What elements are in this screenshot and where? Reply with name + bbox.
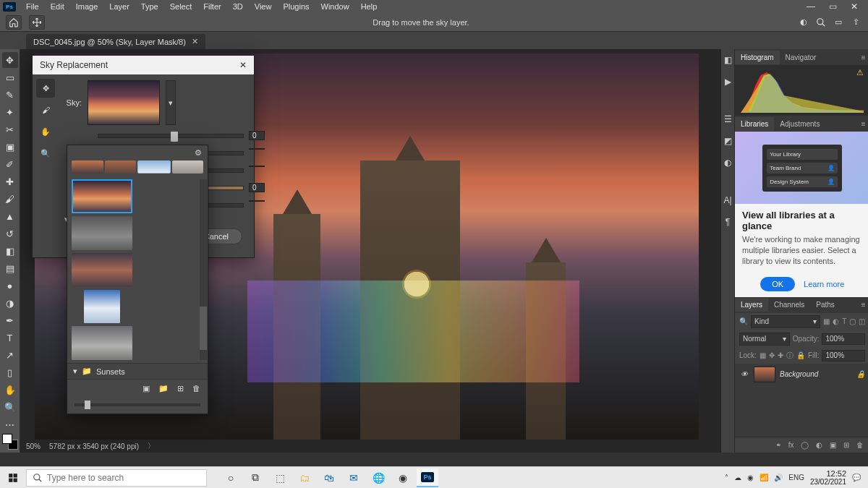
layer-visibility-icon[interactable]: 👁 — [739, 370, 749, 378]
lock-pos-icon[interactable]: ✥ — [769, 351, 775, 359]
tab-libraries[interactable]: Libraries — [735, 117, 774, 131]
lock-all-icon[interactable]: ▦ — [760, 351, 766, 359]
opacity-input[interactable] — [822, 333, 865, 345]
group-icon[interactable]: ▣ — [830, 441, 836, 449]
layer-row[interactable]: 👁 Background 🔒 — [735, 364, 868, 385]
tab-paths[interactable]: Paths — [810, 298, 841, 312]
foreground-swatch[interactable] — [2, 434, 12, 444]
picker-folder-row[interactable]: ▾ 📁 Sunsets — [67, 363, 208, 380]
panel-icon-sliders[interactable]: ☰ — [721, 113, 734, 126]
menu-3d[interactable]: 3D — [227, 2, 249, 11]
filter-smart-icon[interactable]: ◫ — [859, 317, 865, 325]
window-minimize[interactable]: — — [800, 1, 822, 12]
panel-menu-icon[interactable]: ≡ — [861, 120, 868, 128]
panel-menu-icon[interactable]: ≡ — [861, 53, 868, 61]
panel-icon-adjust[interactable]: ◐ — [721, 156, 734, 169]
sky-preset-picker[interactable]: ⚙ ▾ 📁 Sunsets ▣ 📁 ⊞ 🗑 — [67, 145, 208, 414]
search-icon[interactable] — [814, 16, 827, 29]
tool-type[interactable]: T — [2, 330, 18, 346]
dialog-tool-zoom[interactable]: 🔍 — [36, 144, 55, 163]
window-close[interactable]: ✕ — [843, 1, 865, 12]
sky-preset-thumbnail[interactable] — [88, 80, 160, 125]
tool-quick-select[interactable]: ✦ — [2, 104, 18, 120]
menu-view[interactable]: View — [249, 2, 278, 11]
move-tool-indicator[interactable] — [29, 15, 45, 30]
menu-edit[interactable]: Edit — [45, 2, 70, 11]
tool-path[interactable]: ↗ — [2, 347, 18, 363]
panel-icon-paragraph[interactable]: ¶ — [721, 215, 734, 228]
filter-pixel-icon[interactable]: ▦ — [823, 317, 830, 325]
document-tab-close[interactable]: ✕ — [192, 37, 198, 46]
filter-adjust-icon[interactable]: ◐ — [833, 317, 839, 325]
tool-eyedropper[interactable]: ✐ — [2, 156, 18, 172]
tool-gradient[interactable]: ▤ — [2, 260, 18, 276]
adjustment-layer-icon[interactable]: ◐ — [816, 441, 822, 449]
picker-new-folder-icon[interactable]: 📁 — [158, 384, 169, 393]
panel-menu-icon[interactable]: ≡ — [861, 301, 868, 309]
menu-plugins[interactable]: Plugins — [277, 2, 315, 11]
tool-blur[interactable]: ● — [2, 278, 18, 294]
tool-frame[interactable]: ▣ — [2, 139, 18, 155]
dialog-tool-hand[interactable]: ✋ — [36, 122, 55, 141]
menu-type[interactable]: Type — [135, 2, 164, 11]
tray-wifi-icon[interactable]: 📶 — [760, 474, 768, 481]
tool-pen[interactable]: ✒ — [2, 312, 18, 328]
tray-onedrive-icon[interactable]: ☁ — [734, 474, 741, 481]
tool-dodge[interactable]: ◑ — [2, 295, 18, 311]
fill-input[interactable] — [822, 350, 865, 361]
tool-marquee[interactable]: ▭ — [2, 69, 18, 85]
layer-locked-icon[interactable]: 🔒 — [856, 370, 865, 378]
libcard-learn-link[interactable]: Learn more — [804, 280, 844, 288]
status-chevron[interactable]: 〉 — [148, 441, 155, 451]
panel-icon-type[interactable]: A| — [721, 194, 734, 207]
sky-preset-item[interactable] — [72, 216, 132, 250]
layer-name[interactable]: Background — [780, 370, 818, 378]
tool-crop[interactable]: ✂ — [2, 121, 18, 137]
tray-chevron-icon[interactable]: ˄ — [725, 474, 728, 481]
color-swatches[interactable] — [2, 434, 18, 450]
sky-preset-item[interactable] — [72, 179, 132, 213]
tool-move[interactable]: ✥ — [2, 52, 18, 68]
tray-notifications-icon[interactable]: 💬 — [852, 474, 861, 481]
menu-image[interactable]: Image — [70, 2, 104, 11]
dialog-tool-brush[interactable]: 🖌 — [36, 100, 55, 119]
status-zoom[interactable]: 50% — [26, 442, 41, 450]
link-layers-icon[interactable]: ⚭ — [775, 441, 781, 449]
category-swatch[interactable] — [105, 160, 137, 174]
system-tray[interactable]: ˄ ☁ ◉ 📶 🔊 ENG 12:52 23/02/2021 💬 — [725, 469, 865, 486]
taskbar-app-mail[interactable]: ✉ — [343, 468, 365, 487]
taskbar-taskview-icon[interactable]: ⧉ — [244, 468, 266, 487]
start-button[interactable] — [3, 468, 23, 487]
layer-filter-kind[interactable]: Kind▾ — [751, 315, 820, 328]
dialog-tool-move[interactable]: ✥ — [36, 79, 55, 98]
tool-heal[interactable]: ✚ — [2, 174, 18, 189]
tool-eraser[interactable]: ◧ — [2, 243, 18, 259]
menu-layer[interactable]: Layer — [103, 2, 135, 11]
cloud-docs-icon[interactable]: ◐ — [797, 16, 810, 29]
picker-thumb-size-slider[interactable] — [67, 398, 208, 414]
tool-history-brush[interactable]: ↺ — [2, 226, 18, 241]
taskbar-app-explorer[interactable]: 🗂 — [294, 468, 315, 487]
picker-gear-icon[interactable]: ⚙ — [195, 148, 202, 158]
filter-type-icon[interactable]: T — [842, 317, 846, 325]
menu-help[interactable]: Help — [355, 2, 383, 11]
menu-window[interactable]: Window — [315, 2, 355, 11]
taskbar-app-edge[interactable]: 🌐 — [367, 468, 389, 487]
window-restore[interactable]: ▭ — [822, 1, 843, 12]
workspace-icon[interactable]: ▭ — [832, 16, 845, 29]
menu-file[interactable]: File — [20, 2, 45, 11]
tray-lang[interactable]: ENG — [788, 474, 804, 481]
taskbar-search[interactable]: Type here to search — [26, 469, 207, 487]
taskbar-app-bridge[interactable]: ⬚ — [269, 468, 291, 487]
tab-layers[interactable]: Layers — [735, 298, 768, 312]
tool-zoom[interactable]: 🔍 — [2, 399, 18, 415]
tab-navigator[interactable]: Navigator — [780, 51, 822, 64]
dialog-close-icon[interactable]: ✕ — [239, 60, 247, 70]
tool-shape[interactable]: ▯ — [2, 364, 18, 380]
panel-icon-play[interactable]: ▶ — [721, 75, 734, 88]
tool-stamp[interactable]: ▲ — [2, 208, 18, 224]
document-tab[interactable]: DSC_0045.jpg @ 50% (Sky, Layer Mask/8) ✕ — [26, 34, 205, 49]
sky-preset-item[interactable] — [72, 253, 132, 287]
tool-lasso[interactable]: ✎ — [2, 87, 18, 103]
picker-import-icon[interactable]: ▣ — [142, 384, 150, 393]
